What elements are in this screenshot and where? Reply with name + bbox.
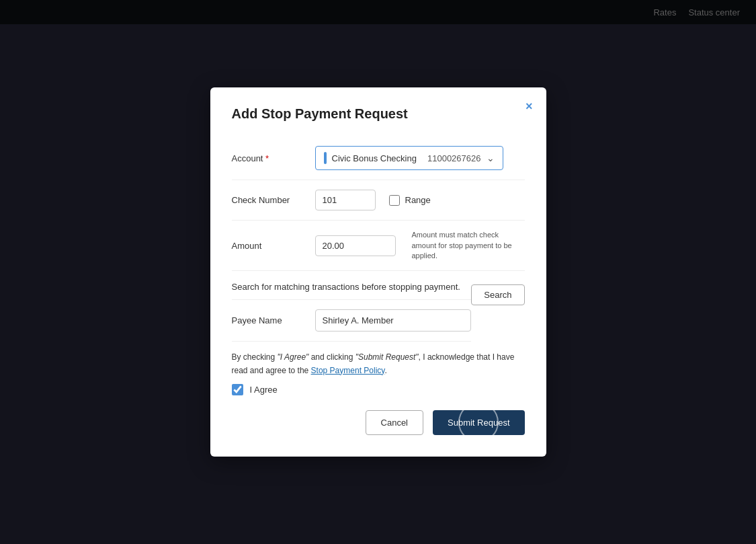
- amount-input[interactable]: [315, 235, 396, 256]
- cancel-button[interactable]: Cancel: [366, 410, 423, 435]
- amount-label: Amount: [232, 241, 306, 251]
- payee-name-row: Payee Name: [232, 300, 472, 342]
- amount-row: Amount Amount must match check amount fo…: [232, 221, 525, 271]
- modal-footer: Cancel Submit Request: [232, 410, 525, 435]
- account-number: 11000267626: [427, 153, 481, 163]
- account-name: Civic Bonus Checking: [332, 153, 422, 163]
- range-checkbox[interactable]: [389, 195, 400, 206]
- chevron-down-icon: ⌄: [487, 153, 495, 163]
- search-prompt: Search for matching transactions before …: [232, 282, 460, 292]
- i-agree-row: I Agree: [232, 384, 525, 395]
- check-number-label: Check Number: [232, 195, 306, 205]
- modal-overlay: Add Stop Payment Request × Account * Civ…: [0, 0, 756, 544]
- stop-payment-policy-link[interactable]: Stop Payment Policy: [311, 366, 385, 375]
- range-area: Range: [389, 195, 431, 206]
- check-number-input[interactable]: [315, 190, 376, 210]
- add-stop-payment-modal: Add Stop Payment Request × Account * Civ…: [210, 87, 546, 457]
- search-section: Search for matching transactions before …: [232, 271, 525, 300]
- i-agree-checkbox[interactable]: [232, 384, 243, 395]
- required-indicator: *: [265, 153, 269, 163]
- modal-title: Add Stop Payment Request: [232, 106, 525, 122]
- i-agree-label: I Agree: [250, 385, 278, 395]
- check-number-row: Check Number Range: [232, 180, 525, 221]
- payee-name-label: Payee Name: [232, 315, 306, 325]
- account-row: Account * Civic Bonus Checking 110002676…: [232, 137, 525, 180]
- modal-close-button[interactable]: ×: [526, 100, 533, 114]
- agreement-text: By checking "I Agree" and clicking "Subm…: [232, 351, 525, 377]
- account-dropdown[interactable]: Civic Bonus Checking 11000267626 ⌄: [315, 146, 503, 170]
- search-button[interactable]: Search: [471, 284, 524, 305]
- amount-hint: Amount must match check amount for stop …: [412, 230, 519, 261]
- payee-name-input[interactable]: [315, 309, 472, 332]
- accent-bar: [324, 152, 327, 164]
- submit-request-button[interactable]: Submit Request: [433, 410, 525, 435]
- account-label: Account *: [232, 153, 306, 163]
- range-label: Range: [405, 195, 431, 205]
